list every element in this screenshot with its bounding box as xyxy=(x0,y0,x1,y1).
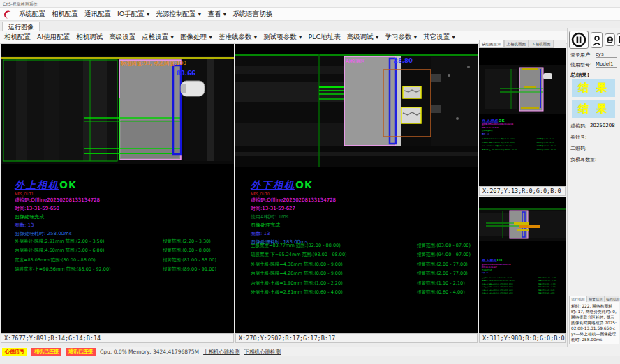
operator-button[interactable] xyxy=(605,33,615,46)
mini-camera-name: 外下相机 xyxy=(482,259,497,262)
left-camera-result-title: 外上相机OK MES_OUT1 虚拟码:Offline2025020813313… xyxy=(15,178,100,238)
exit-button[interactable] xyxy=(617,33,620,46)
mini-measure: 外侧主极-主极=2.61mm 范围:(0.60 - 4.00) xyxy=(482,292,538,296)
tool-plc-address[interactable]: PLC地址表 xyxy=(309,33,341,42)
yellow-tab-rect xyxy=(403,86,421,98)
mid-ai-time-line: 使用AI耗时: 1ms xyxy=(251,213,336,221)
menu-language-switch[interactable]: 系统语言切换 xyxy=(232,10,272,19)
tool-camera-debug[interactable]: 相机调试 xyxy=(76,33,103,42)
blue-measure-value: 83.66 xyxy=(177,70,195,77)
mini-view-tabs: 缺陷图显示 上相机画面 下相机画面 xyxy=(479,40,566,48)
login-user-label: 登录用户: xyxy=(570,52,591,59)
measure-alarm: 报警范围:(89.00 - 91.00) xyxy=(163,265,216,274)
log-tab-run-info[interactable]: 运行信息 xyxy=(570,296,587,302)
measure-name: 内侧主极-隔膜=4.28mm 范围:(0.00 - 9.00) xyxy=(251,269,417,278)
cpu-memory-status: Cpu: 0.0% Memory: 3424.41796875M xyxy=(100,349,199,355)
mini-camera-name: 外上相机 xyxy=(482,119,499,123)
mini-measure: 报警范围:(89.00 - 91.00) xyxy=(536,148,556,151)
pause-button[interactable] xyxy=(569,31,589,49)
tool-spotcheck-settings[interactable]: 点检设置 ▾ xyxy=(142,33,174,42)
mini-lower-panel[interactable]: 外下相机OK 虚拟码:Offline20250208133134728 时间:1… xyxy=(479,197,566,333)
menu-light-config[interactable]: 光源控制配置 ▾ xyxy=(156,10,202,19)
tool-ai-config[interactable]: AI使用配置 xyxy=(37,33,70,42)
right-sidebar: 登录用户: cys 使用型号: Model1 总结果: 结 果 结 果 虚拟码:… xyxy=(567,28,620,347)
mini-lower-pixel-status: X:311;Y:980;R:0;G:0;B:0 xyxy=(479,333,566,343)
mid-camera-panel: AI检测区 28.80 外下相机OK MES_OUT0 虚拟码:Offline2… xyxy=(235,44,478,333)
left-process-done-line: 图像处理完成 xyxy=(15,213,100,221)
measure-name: 宽度=83.05mm 范围:(80.00 - 86.00) xyxy=(15,256,163,265)
tool-advanced-settings[interactable]: 高级设置 xyxy=(109,33,135,42)
log-tab-alarm-info[interactable]: 报警信息 xyxy=(587,296,605,302)
menu-bar: 系统配置 相机配置 通讯配置 IO手配置 ▾ 光源控制配置 ▾ 查看 ▾ 系统语… xyxy=(0,8,620,21)
measurement-row: 隔膜宽度-下=95.24mm 范围:(93.00 - 98.00)报警范围:(9… xyxy=(251,250,475,259)
camera-connected-badge: 相机已连接 xyxy=(31,348,61,356)
log-text: 耗时: 222, 网络检测耗时: 17, 网络分类耗时: 0, 网络提取分区耗时… xyxy=(570,302,619,344)
left-camera-ok-status: OK xyxy=(59,179,77,190)
measurement-row: 外侧主极-隔膜=4.38mm 范围:(0.00 - 9.00)报警范围:(2.0… xyxy=(251,260,475,269)
result-box-lower: 结 果 xyxy=(572,100,615,118)
mid-camera-name: 外下相机 xyxy=(251,179,295,190)
tab-run-image[interactable]: 运行图像 xyxy=(2,22,40,32)
menu-view[interactable]: 查看 ▾ xyxy=(207,10,226,19)
login-user-value: cys xyxy=(596,52,617,58)
mini-camera-ok: OK xyxy=(497,259,503,262)
log-tabs: 运行信息 报警信息 操作信息 xyxy=(570,296,619,302)
menu-io-config[interactable]: IO手配置 ▾ xyxy=(117,10,150,19)
mini-upper-pixel-status: X:267;Y:13;R:0;G:0;B:0 xyxy=(479,186,566,196)
needle-number-label: 卷针号: xyxy=(570,134,586,141)
measure-name: 隔膜宽度-上=90.56mm 范围:(88.00 - 92.00) xyxy=(15,265,163,274)
mini-upper-text: 外上相机OK 虚拟码:Offline20250208133134728 时间:1… xyxy=(482,118,568,151)
ai-region-label: AI检测区 xyxy=(346,59,365,64)
qr-code-label: 二维码: xyxy=(570,145,586,152)
left-measurements: 外侧卷针-隔膜:2.91mm 范围:(2.00 - 3.50)报警范围:(2.2… xyxy=(15,237,231,275)
menu-system-config[interactable]: 系统配置 xyxy=(19,10,45,19)
measure-name: 内侧卷针-隔膜:4.60mm 范围:(3.00 - 6.00) xyxy=(15,246,163,255)
menu-camera-config[interactable]: 相机配置 xyxy=(52,10,78,19)
measure-alarm: 报警范围:(2.00 - 77.00) xyxy=(417,260,468,269)
user-login-button[interactable] xyxy=(591,32,603,48)
operator-icon xyxy=(606,36,614,45)
mid-camera-image[interactable]: AI检测区 28.80 xyxy=(235,54,478,167)
measurement-row: 宽度=83.05mm 范围:(80.00 - 86.00)报警范围:(81.00… xyxy=(15,256,231,265)
comm-connected-badge: 通讯已连接 xyxy=(66,348,96,356)
tool-baseline-params[interactable]: 基准线参数 ▾ xyxy=(219,33,257,42)
mini-measure: 隔膜宽度-上=90.56mm 范围:(88.00 - 92.00) xyxy=(482,148,536,151)
measurement-row: 外侧卷针-隔膜:2.91mm 范围:(2.00 - 3.50)报警范围:(2.2… xyxy=(15,237,231,246)
lower-camera-heartbeat-link[interactable]: 下相机心跳检测 xyxy=(244,349,281,356)
measure-alarm: 报警范围:(94.00 - 97.00) xyxy=(417,250,471,259)
measure-name: 外侧主极-隔膜=4.38mm 范围:(0.00 - 9.00) xyxy=(251,260,417,269)
document-tab-row: 运行图像 xyxy=(0,21,620,32)
tool-other-settings[interactable]: 其它设置 ▾ xyxy=(423,33,455,42)
total-result-label: 总结果: xyxy=(570,71,589,79)
measurement-row: 主极宽度=83.77mm 范围:(82.00 - 88.00)报警范围:(83.… xyxy=(251,241,475,250)
measure-alarm: 报警范围:(0.00 - 8.00) xyxy=(163,246,211,255)
mid-measurements: 主极宽度=83.77mm 范围:(82.00 - 88.00)报警范围:(83.… xyxy=(251,241,475,297)
tool-advanced-debug[interactable]: 高级调试 ▾ xyxy=(347,33,379,42)
tool-camera-config[interactable]: 相机配置 xyxy=(4,33,31,42)
mini-tab-defect[interactable]: 缺陷图显示 xyxy=(479,40,504,48)
left-camera-image[interactable]: 标准阈值:93, 动态阈值:100 83.66 xyxy=(1,56,234,164)
mini-lower-text: 外下相机OK 虚拟码:Offline20250208133134728 时间:1… xyxy=(482,258,564,295)
result-box-upper: 结 果 xyxy=(572,79,615,97)
virtual-code-label: 虚拟码: xyxy=(570,123,586,130)
mini-tab-lower-camera[interactable]: 下相机画面 xyxy=(529,40,554,48)
mini-upper-panel[interactable]: 外上相机OK 虚拟码:Offline20250208133134728 时间:1… xyxy=(479,48,566,186)
left-camera-panel: 标准阈值:93, 动态阈值:100 83.66 外上相机OK MES_OUT1 … xyxy=(1,44,234,333)
tool-test-params[interactable]: 测试项参数 ▾ xyxy=(263,33,302,42)
mid-pixel-status: X:270;Y:2502;R:17;G:17;B:17 xyxy=(235,333,478,343)
measurement-row: 隔膜宽度-上=90.56mm 范围:(88.00 - 92.00)报警范围:(8… xyxy=(15,265,231,274)
mid-camera-ok-status: OK xyxy=(295,179,313,190)
tool-image-processing[interactable]: 图像处理 ▾ xyxy=(180,33,212,42)
menu-comm-config[interactable]: 通讯配置 xyxy=(84,10,111,19)
tool-learning-params[interactable]: 学习参数 ▾ xyxy=(385,33,417,42)
mini-lower-image xyxy=(479,208,566,241)
mid-barcode-line: 虚拟码:Offline20250208133134728 xyxy=(251,196,336,204)
measure-name: 外侧卷针-隔膜:2.91mm 范围:(2.00 - 3.50) xyxy=(15,237,163,246)
upper-camera-heartbeat-link[interactable]: 上相机心跳检测 xyxy=(203,349,240,356)
bottom-status-bar: 心跳信号 相机已连接 通讯已连接 Cpu: 0.0% Memory: 3424.… xyxy=(0,347,620,356)
mid-process-done-line: 图像处理完成 xyxy=(251,221,336,229)
log-tab-operation-info[interactable]: 操作信息 xyxy=(605,296,620,302)
left-camera-name: 外上相机 xyxy=(15,179,59,190)
mini-tab-upper-camera[interactable]: 上相机画面 xyxy=(504,40,529,48)
pause-icon xyxy=(571,32,586,47)
